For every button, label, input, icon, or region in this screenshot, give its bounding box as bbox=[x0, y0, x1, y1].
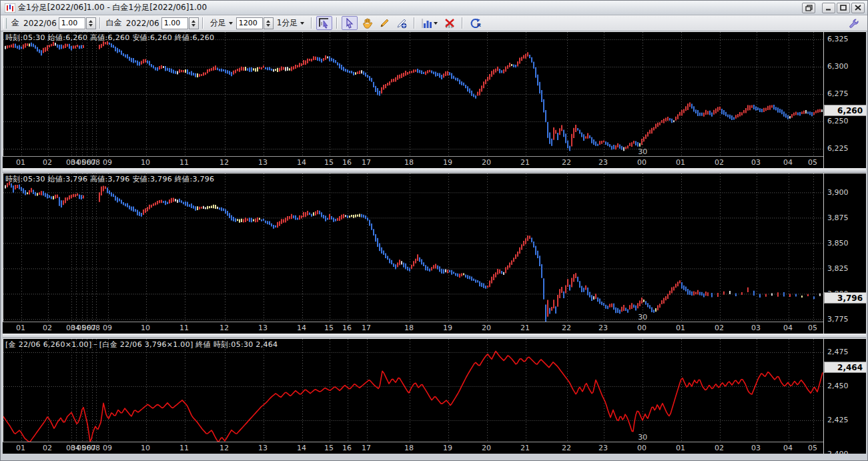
minimize-button[interactable] bbox=[822, 3, 835, 13]
time-tick-label: 03 bbox=[751, 324, 761, 332]
bar-chart-icon bbox=[422, 18, 438, 29]
price-tick-label: 2,475 bbox=[827, 348, 849, 356]
time-tick-label: 12 bbox=[220, 158, 229, 167]
bar-count-input[interactable] bbox=[236, 17, 263, 29]
platinum-time-axis[interactable]: 0102030405060708091011121314151617181920… bbox=[3, 322, 823, 334]
settings-wrench-tool[interactable] bbox=[846, 16, 862, 30]
gold-quote-info: 時刻:05:30 始値:6,260 高値:6,260 安値:6,260 終値:6… bbox=[5, 33, 214, 43]
toolbar-gripper[interactable] bbox=[3, 18, 7, 29]
title-bar[interactable]: 金1分足[2022/06]1.00 - 白金1分足[2022/06]1.00 bbox=[1, 1, 867, 15]
refresh-icon: R bbox=[470, 18, 481, 29]
spread-price-axis[interactable]: 2,4752,4502,4252,4002,464 bbox=[823, 339, 866, 454]
time-tick-label: 19 bbox=[443, 444, 452, 452]
gold-multiplier-stepper[interactable] bbox=[86, 17, 96, 29]
price-tick-label: 2,450 bbox=[827, 382, 849, 390]
time-tick-label: 10 bbox=[141, 444, 150, 452]
price-tick-label: 3,875 bbox=[827, 213, 849, 222]
gold-candle-chart[interactable]: 30 時刻:05:30 始値:6,260 高値:6,260 安値:6,260 終… bbox=[3, 32, 823, 156]
price-tick-label: 6,275 bbox=[827, 89, 849, 98]
platinum-multiplier-stepper[interactable] bbox=[189, 17, 199, 29]
time-tick-label: 22 bbox=[562, 158, 571, 167]
hand-tool[interactable] bbox=[359, 16, 375, 30]
time-tick-label: 14 bbox=[297, 324, 306, 332]
interval-group-dropdown[interactable]: 分足 bbox=[207, 15, 236, 31]
toolbar-separator bbox=[414, 17, 415, 29]
app-icon bbox=[5, 3, 15, 13]
app-window: 金1分足[2022/06]1.00 - 白金1分足[2022/06]1.00 bbox=[0, 0, 868, 461]
chart-cursor-tool[interactable] bbox=[316, 16, 332, 30]
quill-icon bbox=[396, 18, 408, 29]
time-tick-label: 17 bbox=[362, 324, 371, 332]
price-tick-label: 6,325 bbox=[827, 35, 849, 43]
time-tick-label: 23 bbox=[598, 444, 608, 452]
time-tick-label: 19 bbox=[443, 324, 452, 332]
toolbar-separator bbox=[202, 17, 203, 29]
time-tick-label: 21 bbox=[520, 324, 530, 332]
price-tick-label: 3,850 bbox=[827, 239, 849, 248]
spread-quote-info: [金 22/06 6,260×1.00]－[白金 22/06 3,796×1.0… bbox=[5, 340, 278, 350]
layered-windows-button[interactable] bbox=[802, 3, 815, 13]
time-tick-label: 20 bbox=[482, 324, 491, 332]
time-tick-label: 11 bbox=[179, 324, 189, 332]
date-label: 30 bbox=[638, 313, 647, 322]
gold-price-axis[interactable]: 6,3256,3006,2756,2506,2256,260 bbox=[823, 32, 866, 168]
pencil-tool[interactable] bbox=[376, 16, 392, 30]
toolbar-separator bbox=[99, 17, 101, 29]
close-icon bbox=[855, 5, 861, 11]
maximize-button[interactable] bbox=[837, 3, 850, 13]
pointer-tool[interactable] bbox=[342, 16, 358, 30]
refresh-tool[interactable]: R bbox=[467, 16, 483, 30]
time-tick-label: 02 bbox=[43, 324, 52, 332]
time-tick-label: 00 bbox=[637, 158, 646, 167]
time-tick-label: 04 bbox=[783, 324, 793, 332]
time-tick-label: 17 bbox=[362, 158, 371, 167]
hand-icon bbox=[362, 18, 372, 29]
platinum-multiplier-input[interactable] bbox=[161, 17, 188, 29]
maximize-icon bbox=[840, 5, 847, 11]
time-tick-label: 09 bbox=[103, 158, 112, 167]
time-tick-label: 01 bbox=[676, 444, 685, 452]
time-tick-label: 21 bbox=[520, 158, 530, 167]
panel-splitter[interactable] bbox=[3, 333, 866, 338]
panel-splitter[interactable] bbox=[3, 167, 866, 173]
interval-dropdown[interactable]: 1分足 bbox=[274, 15, 308, 31]
close-button[interactable] bbox=[851, 3, 865, 13]
chart-type-tool[interactable] bbox=[419, 16, 440, 30]
time-tick-label: 11 bbox=[179, 158, 189, 167]
price-tick-label: 3,825 bbox=[827, 264, 849, 273]
clear-drawings-tool[interactable] bbox=[442, 16, 458, 30]
gold-multiplier-input[interactable] bbox=[59, 17, 85, 29]
quill-tool[interactable] bbox=[394, 16, 410, 30]
bar-count-stepper[interactable] bbox=[264, 17, 274, 29]
time-tick-label: 16 bbox=[342, 158, 352, 167]
time-tick-label: 11 bbox=[179, 444, 189, 452]
time-tick-label: 13 bbox=[258, 444, 268, 452]
spread-line-chart[interactable]: 30 [金 22/06 6,260×1.00]－[白金 22/06 3,796×… bbox=[3, 339, 823, 442]
spread-time-axis[interactable]: 0102030405060708091011121314151617181920… bbox=[3, 442, 823, 454]
time-tick-label: 08 bbox=[91, 324, 100, 332]
time-tick-label: 22 bbox=[562, 444, 571, 452]
time-tick-label: 15 bbox=[324, 324, 334, 332]
time-tick-label: 12 bbox=[220, 444, 229, 452]
time-tick-label: 03 bbox=[751, 444, 761, 452]
time-tick-label: 15 bbox=[324, 444, 334, 452]
gold-time-axis[interactable]: 0102030405060708091011121314151617181920… bbox=[3, 156, 823, 168]
price-tick-label: 6,300 bbox=[827, 62, 849, 71]
time-tick-label: 09 bbox=[103, 444, 112, 452]
time-tick-label: 16 bbox=[342, 444, 352, 452]
time-tick-label: 08 bbox=[91, 158, 100, 167]
time-tick-label: 09 bbox=[103, 324, 112, 332]
platinum-quote-info: 時刻:05:30 始値:3,796 高値:3,796 安値:3,796 終値:3… bbox=[5, 174, 214, 184]
time-tick-label: 19 bbox=[443, 158, 452, 167]
interval-group-label: 分足 bbox=[210, 17, 226, 29]
time-tick-label: 23 bbox=[598, 324, 608, 332]
time-tick-label: 10 bbox=[141, 158, 150, 167]
platinum-price-axis[interactable]: 3,9003,8753,8503,8253,8003,7753,796 bbox=[823, 173, 866, 334]
window-title: 金1分足[2022/06]1.00 - 白金1分足[2022/06]1.00 bbox=[18, 2, 207, 13]
wrench-icon bbox=[849, 18, 859, 29]
time-tick-label: 20 bbox=[482, 444, 491, 452]
platinum-candle-chart[interactable]: 30 時刻:05:30 始値:3,796 高値:3,796 安値:3,796 終… bbox=[3, 173, 823, 322]
time-tick-label: 10 bbox=[141, 324, 150, 332]
platinum-symbol-label: 白金 bbox=[106, 17, 122, 29]
time-tick-label: 02 bbox=[715, 444, 724, 452]
